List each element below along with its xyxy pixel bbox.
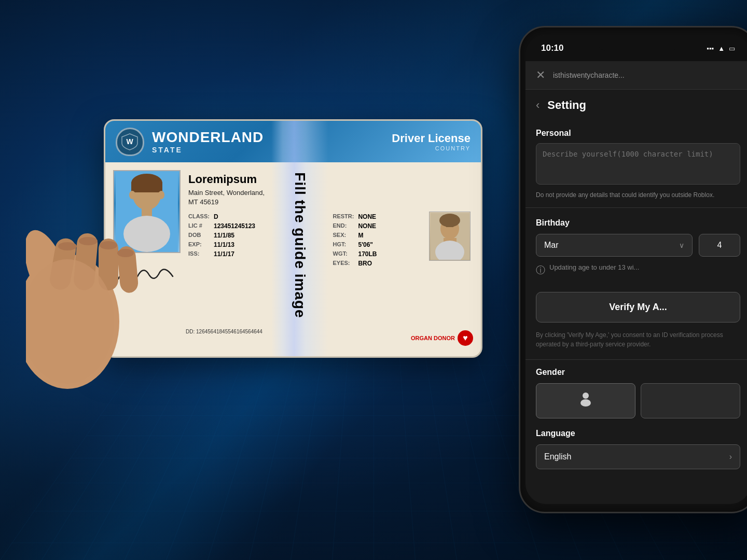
gender-options — [536, 383, 740, 418]
gender-section: Gender — [525, 362, 747, 424]
birthday-section: Birthday Mar ∨ 4 ⓘ Updating age to under… — [525, 211, 747, 284]
svg-rect-23 — [446, 221, 453, 227]
language-section: Language English › — [525, 424, 747, 474]
day-input[interactable]: 4 — [699, 234, 740, 257]
signal-icon: ▪▪▪ — [707, 45, 714, 52]
license-type: Driver License COUNTRY — [392, 132, 471, 151]
language-value: English — [544, 452, 571, 461]
personal-warning: Do not provide any details that could id… — [536, 191, 740, 200]
heart-icon: ♥ — [458, 330, 473, 346]
chevron-down-icon: ∨ — [679, 241, 684, 249]
age-warning-text: Updating age to under 13 wi... — [549, 263, 639, 272]
verify-age-button[interactable]: Verify My A... — [536, 292, 740, 323]
id-card-area: W WONDERLAND STATE Driver License COUNTR… — [42, 104, 457, 373]
info-icon: ⓘ — [536, 264, 545, 276]
gender-option-1[interactable] — [536, 383, 635, 418]
birthday-row: Mar ∨ 4 — [536, 234, 740, 257]
hand-holding-card — [26, 135, 156, 394]
birthday-label: Birthday — [536, 218, 740, 228]
svg-point-7 — [79, 237, 98, 245]
back-button[interactable]: ‹ — [536, 99, 540, 112]
svg-point-8 — [100, 241, 117, 249]
small-photo — [429, 212, 471, 261]
state-name: WONDERLAND STATE — [152, 129, 384, 154]
gender-label: Gender — [536, 368, 740, 377]
holder-address: Main Street, Wonderland, MT 45619 — [188, 188, 473, 207]
phone-screen: 10:10 ▪▪▪ ▲ ▭ ✕ isthistwentycharacte... … — [525, 35, 747, 504]
settings-title: Setting — [547, 99, 586, 112]
guide-text: Fill the guide image — [292, 172, 308, 318]
username-display: isthistwentycharacte... — [553, 71, 625, 79]
age-warning: ⓘ Updating age to under 13 wi... — [536, 263, 740, 276]
holder-name: Loremipsum — [188, 173, 473, 186]
svg-point-9 — [117, 249, 134, 257]
wifi-icon: ▲ — [718, 45, 725, 52]
personal-label: Personal — [536, 129, 740, 138]
guide-text-container: Fill the guide image — [282, 147, 318, 344]
month-value: Mar — [544, 241, 559, 250]
phone-mockup: 10:10 ▪▪▪ ▲ ▭ ✕ isthistwentycharacte... … — [498, 26, 747, 513]
describe-textarea[interactable] — [536, 143, 740, 185]
close-button[interactable]: ✕ — [536, 68, 545, 82]
gender-option-2[interactable] — [641, 383, 740, 418]
app-top-bar: ✕ isthistwentycharacte... — [525, 61, 747, 90]
battery-icon: ▭ — [729, 45, 735, 52]
phone-frame: 10:10 ▪▪▪ ▲ ▭ ✕ isthistwentycharacte... … — [519, 26, 747, 513]
id-card: W WONDERLAND STATE Driver License COUNTR… — [104, 119, 482, 358]
organ-donor: ORGAN DONOR ♥ — [411, 330, 473, 346]
divider-1 — [525, 207, 747, 208]
chevron-right-icon: › — [729, 452, 732, 461]
verify-disclaimer: By clicking 'Verify My Age,' you consent… — [525, 330, 747, 357]
language-selector[interactable]: English › — [536, 444, 740, 469]
svg-point-6 — [58, 242, 77, 250]
status-icons: ▪▪▪ ▲ ▭ — [707, 45, 735, 52]
settings-header: ‹ Setting — [525, 90, 747, 121]
phone-notch — [597, 35, 680, 51]
svg-point-27 — [580, 399, 591, 407]
svg-point-26 — [583, 393, 589, 399]
personal-section: Personal Do not provide any details that… — [525, 121, 747, 205]
status-time: 10:10 — [541, 43, 563, 53]
svg-point-19 — [158, 191, 164, 199]
person-icon — [578, 391, 593, 410]
divider-2 — [525, 359, 747, 360]
language-label: Language — [536, 429, 740, 438]
month-select[interactable]: Mar ∨ — [536, 234, 693, 257]
app-content: ✕ isthistwentycharacte... ‹ Setting Pers… — [525, 61, 747, 504]
